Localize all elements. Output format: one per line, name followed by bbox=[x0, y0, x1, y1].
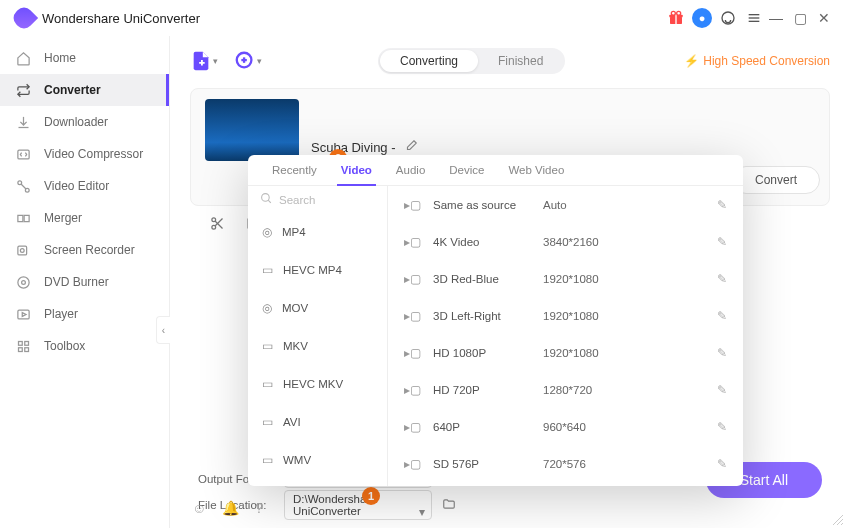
sidebar-item-recorder[interactable]: Screen Recorder bbox=[0, 234, 169, 266]
edit-preset-icon[interactable]: ✎ bbox=[717, 309, 727, 323]
preset-3d-red-blue[interactable]: ▸▢3D Red-Blue1920*1080✎ bbox=[388, 260, 743, 297]
format-wmv[interactable]: ▭WMV bbox=[248, 441, 387, 479]
edit-preset-icon[interactable]: ✎ bbox=[717, 346, 727, 360]
resize-grip[interactable] bbox=[832, 512, 844, 524]
high-speed-link[interactable]: ⚡ High Speed Conversion bbox=[684, 54, 830, 68]
sidebar-item-player[interactable]: Player bbox=[0, 298, 169, 330]
support-icon[interactable] bbox=[718, 10, 738, 26]
add-files-button[interactable]: ▾ bbox=[190, 50, 218, 72]
svg-rect-13 bbox=[18, 215, 23, 221]
hevc-icon: ▭ bbox=[262, 263, 273, 277]
svg-rect-23 bbox=[19, 347, 23, 351]
format-hevc-mkv[interactable]: ▭HEVC MKV bbox=[248, 365, 387, 403]
sidebar-item-editor[interactable]: Video Editor bbox=[0, 170, 169, 202]
sidebar-item-label: Converter bbox=[44, 83, 101, 97]
notification-icon[interactable]: 🔔 bbox=[222, 500, 239, 516]
preset-4k[interactable]: ▸▢4K Video3840*2160✎ bbox=[388, 223, 743, 260]
file-title: Scuba Diving - bbox=[311, 140, 396, 155]
popup-tabs: Recently Video Audio Device Web Video bbox=[248, 155, 743, 186]
converter-icon bbox=[16, 83, 34, 98]
edit-preset-icon[interactable]: ✎ bbox=[717, 383, 727, 397]
collapse-sidebar-arrow[interactable]: ‹ bbox=[156, 316, 170, 344]
preset-576p[interactable]: ▸▢SD 576P720*576✎ bbox=[388, 445, 743, 482]
close-button[interactable]: ✕ bbox=[812, 10, 836, 26]
preset-1080p[interactable]: ▸▢HD 1080P1920*1080✎ bbox=[388, 334, 743, 371]
svg-rect-19 bbox=[18, 310, 29, 319]
edit-preset-icon[interactable]: ✎ bbox=[717, 457, 727, 471]
preset-640p[interactable]: ▸▢640P960*640✎ bbox=[388, 408, 743, 445]
play-box-icon: ▸▢ bbox=[404, 457, 421, 471]
format-mkv[interactable]: ▭MKV bbox=[248, 327, 387, 365]
format-popup: Recently Video Audio Device Web Video Se… bbox=[248, 155, 743, 486]
svg-rect-15 bbox=[18, 246, 27, 255]
film-icon: ▭ bbox=[262, 453, 273, 467]
sidebar-item-downloader[interactable]: Downloader bbox=[0, 106, 169, 138]
player-icon bbox=[16, 307, 34, 322]
film-icon: ▭ bbox=[262, 415, 273, 429]
svg-point-17 bbox=[18, 276, 29, 287]
segment-finished[interactable]: Finished bbox=[478, 50, 563, 72]
editor-icon bbox=[16, 179, 34, 194]
sidebar-item-label: Screen Recorder bbox=[44, 243, 135, 257]
gift-icon[interactable] bbox=[666, 10, 686, 26]
file-location-select[interactable]: D:\Wondershare UniConverter bbox=[284, 490, 432, 520]
tab-web-video[interactable]: Web Video bbox=[496, 155, 576, 185]
open-folder-icon[interactable] bbox=[442, 497, 456, 513]
content-area: ‹ ▾ ▾ Converting Finished ⚡ High Speed C… bbox=[170, 36, 850, 528]
maximize-button[interactable]: ▢ bbox=[788, 10, 812, 26]
svg-point-16 bbox=[20, 248, 24, 252]
user-avatar[interactable]: ● bbox=[692, 8, 712, 28]
tab-device[interactable]: Device bbox=[437, 155, 496, 185]
format-mov[interactable]: ◎MOV bbox=[248, 289, 387, 327]
play-box-icon: ▸▢ bbox=[404, 198, 421, 212]
edit-preset-icon[interactable]: ✎ bbox=[717, 235, 727, 249]
edit-preset-icon[interactable]: ✎ bbox=[717, 272, 727, 286]
sidebar-item-label: Downloader bbox=[44, 115, 108, 129]
format-hevc-mp4[interactable]: ▭HEVC MP4 bbox=[248, 251, 387, 289]
sidebar-item-merger[interactable]: Merger bbox=[0, 202, 169, 234]
preset-3d-left-right[interactable]: ▸▢3D Left-Right1920*1080✎ bbox=[388, 297, 743, 334]
video-thumbnail[interactable] bbox=[205, 99, 299, 161]
edit-preset-icon[interactable]: ✎ bbox=[717, 420, 727, 434]
convert-button[interactable]: Convert bbox=[732, 166, 820, 194]
format-search[interactable]: Search bbox=[248, 186, 387, 213]
play-box-icon: ▸▢ bbox=[404, 346, 421, 360]
trim-icon[interactable] bbox=[210, 216, 225, 235]
svg-line-12 bbox=[21, 184, 26, 189]
feedback-icon[interactable]: ☺ bbox=[192, 500, 206, 516]
minimize-button[interactable]: — bbox=[764, 10, 788, 26]
search-icon bbox=[260, 192, 273, 207]
film-icon: ▭ bbox=[262, 339, 273, 353]
format-mp4[interactable]: ◎MP4 bbox=[248, 213, 387, 251]
svg-rect-2 bbox=[675, 14, 676, 24]
preset-720p[interactable]: ▸▢HD 720P1280*720✎ bbox=[388, 371, 743, 408]
sidebar-item-home[interactable]: Home bbox=[0, 42, 169, 74]
download-icon bbox=[16, 115, 34, 130]
rename-icon[interactable] bbox=[404, 139, 418, 156]
footer-utility-icons: ☺ 🔔 ? bbox=[192, 500, 263, 516]
sidebar-item-label: Home bbox=[44, 51, 76, 65]
sidebar-item-converter[interactable]: Converter bbox=[0, 74, 169, 106]
high-speed-label: High Speed Conversion bbox=[703, 54, 830, 68]
sidebar-item-label: Merger bbox=[44, 211, 82, 225]
preset-same-as-source[interactable]: ▸▢Same as sourceAuto✎ bbox=[388, 186, 743, 223]
edit-preset-icon[interactable]: ✎ bbox=[717, 198, 727, 212]
menu-icon[interactable] bbox=[744, 10, 764, 26]
sidebar-item-toolbox[interactable]: Toolbox bbox=[0, 330, 169, 362]
format-avi[interactable]: ▭AVI bbox=[248, 403, 387, 441]
tab-recently[interactable]: Recently bbox=[260, 155, 329, 185]
svg-rect-21 bbox=[19, 341, 23, 345]
sidebar-item-dvd[interactable]: DVD Burner bbox=[0, 266, 169, 298]
sidebar-item-compressor[interactable]: Video Compressor bbox=[0, 138, 169, 170]
help-icon[interactable]: ? bbox=[255, 500, 263, 516]
add-from-device-button[interactable]: ▾ bbox=[234, 50, 262, 72]
tab-video[interactable]: Video bbox=[329, 155, 384, 185]
svg-marker-20 bbox=[22, 312, 26, 316]
svg-rect-9 bbox=[18, 150, 29, 159]
svg-rect-14 bbox=[24, 215, 29, 221]
tab-audio[interactable]: Audio bbox=[384, 155, 437, 185]
hevc-icon: ▭ bbox=[262, 377, 273, 391]
play-box-icon: ▸▢ bbox=[404, 309, 421, 323]
titlebar: Wondershare UniConverter ● — ▢ ✕ bbox=[0, 0, 850, 36]
segment-converting[interactable]: Converting bbox=[380, 50, 478, 72]
